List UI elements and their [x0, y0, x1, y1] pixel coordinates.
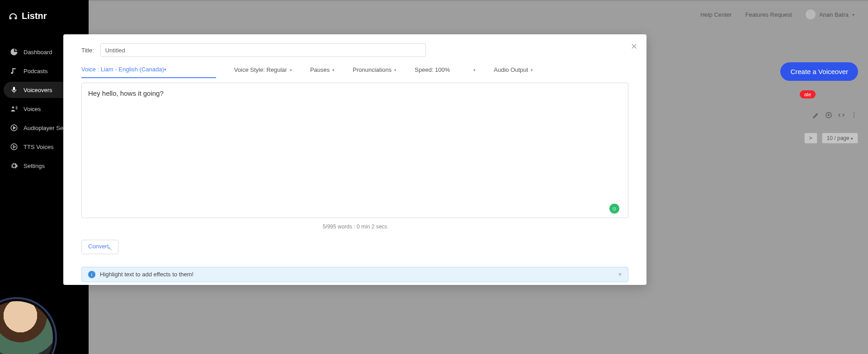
edit-icon[interactable]: [812, 111, 820, 119]
chevron-down-icon: ▾: [164, 67, 166, 72]
chevron-down-icon: ▾: [851, 136, 853, 141]
play-outline-icon: [10, 143, 18, 151]
pagination: > 10 / page ▾: [804, 133, 858, 144]
close-icon: ✕: [631, 42, 637, 51]
svg-point-2: [11, 144, 17, 150]
pronunciations-select[interactable]: Pronunciations ▾: [353, 66, 396, 78]
speed-label: Speed: 100%: [415, 66, 450, 73]
svg-point-0: [12, 107, 14, 109]
cursor-icon: ↖: [108, 246, 112, 251]
status-tag: ate: [800, 90, 816, 98]
svg-point-4: [854, 112, 854, 113]
pager-size-select[interactable]: 10 / page ▾: [822, 133, 858, 144]
row-actions: [812, 111, 858, 119]
pager-next[interactable]: >: [804, 133, 817, 144]
convert-button[interactable]: Convert↖: [81, 240, 118, 254]
create-voiceover-button[interactable]: Create a Voiceover: [780, 62, 858, 81]
voice-style-select[interactable]: Voice Style: Regular ▾: [234, 66, 292, 78]
help-center-link[interactable]: Help Center: [700, 11, 731, 18]
sidebar-item-label: Voiceovers: [24, 87, 52, 93]
features-request-link[interactable]: Features Request: [745, 11, 792, 18]
user-menu[interactable]: Anan Batra ▾: [806, 9, 854, 19]
microphone-icon: [10, 86, 18, 94]
chevron-down-icon: ▾: [531, 68, 533, 72]
text-editor-wrap: ☺: [63, 78, 646, 220]
chevron-down-icon: ▾: [852, 12, 854, 17]
sidebar-item-label: Dashboard: [24, 49, 52, 56]
brand-name: Listnr: [22, 11, 47, 21]
voice-select-label: Voice : Liam - English (Canada): [81, 66, 164, 73]
chevron-down-icon: ▾: [332, 68, 335, 72]
person-voice-icon: [10, 105, 18, 113]
pronunciations-label: Pronunciations: [353, 66, 392, 73]
chevron-down-icon: ▾: [473, 68, 476, 72]
download-circle-icon[interactable]: [825, 111, 833, 119]
topbar: Help Center Features Request Anan Batra …: [89, 1, 868, 28]
info-icon: i: [88, 271, 95, 278]
voiceover-editor-modal: ✕ Title: Voice : Liam - English (Canada)…: [63, 34, 646, 285]
close-button[interactable]: ✕: [631, 42, 637, 51]
sidebar-item-label: Settings: [24, 163, 45, 169]
avatar: [806, 9, 816, 19]
check-smile-icon: ☺: [612, 205, 617, 212]
voice-style-label: Voice Style: Regular: [234, 66, 287, 73]
voice-select[interactable]: Voice : Liam - English (Canada) ▾: [81, 66, 216, 78]
sidebar-item-label: Voices: [24, 106, 41, 112]
code-icon[interactable]: [837, 111, 845, 119]
title-row: Title:: [63, 34, 646, 57]
user-name: Anan Batra: [819, 11, 849, 18]
more-vertical-icon[interactable]: [850, 111, 858, 119]
sidebar-item-label: Podcasts: [24, 68, 47, 75]
grammar-ok-badge[interactable]: ☺: [609, 204, 619, 214]
sidebar-item-label: TTS Voices: [24, 144, 53, 150]
tip-dismiss-button[interactable]: ×: [618, 271, 622, 278]
listnr-logo-icon: [8, 11, 18, 21]
play-circle-icon: [10, 124, 18, 132]
speed-select[interactable]: Speed: 100% ▾: [415, 66, 476, 78]
close-icon: ×: [618, 271, 622, 278]
word-counter: 5/995 words : 0 min 2 secs: [63, 220, 646, 240]
gear-icon: [10, 162, 18, 170]
voice-options-bar: Voice : Liam - English (Canada) ▾ Voice …: [63, 57, 646, 78]
pauses-select[interactable]: Pauses ▾: [310, 66, 335, 78]
script-textarea[interactable]: [81, 83, 628, 218]
title-input[interactable]: [100, 43, 426, 57]
chevron-down-icon: ▾: [394, 68, 396, 72]
chevron-down-icon: ▾: [290, 68, 292, 72]
brand-logo[interactable]: Listnr: [0, 0, 89, 32]
convert-button-label: Convert: [88, 243, 109, 250]
tip-banner: i Highlight text to add effects to them!…: [81, 267, 628, 282]
pie-chart-icon: [10, 48, 18, 56]
svg-point-5: [854, 115, 854, 116]
pauses-label: Pauses: [310, 66, 330, 73]
title-label: Title:: [81, 47, 94, 54]
svg-point-6: [854, 117, 854, 118]
audio-output-label: Audio Output: [494, 66, 528, 73]
audio-output-select[interactable]: Audio Output ▾: [494, 66, 533, 78]
tip-text: Highlight text to add effects to them!: [100, 271, 193, 278]
music-note-icon: [10, 67, 18, 75]
